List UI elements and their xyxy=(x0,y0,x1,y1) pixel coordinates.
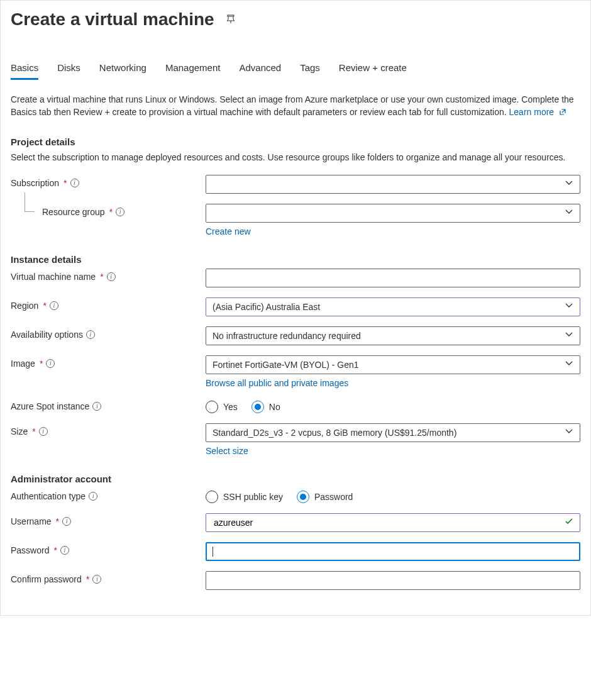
info-icon[interactable]: i xyxy=(50,301,58,310)
required-indicator: * xyxy=(64,178,67,188)
password-label: Password * i xyxy=(11,542,206,555)
region-select[interactable]: (Asia Pacific) Australia East xyxy=(206,297,580,316)
tabs: Basics Disks Networking Management Advan… xyxy=(11,62,580,81)
spot-no-label: No xyxy=(269,402,280,412)
chevron-down-icon xyxy=(565,359,573,370)
image-label: Image * i xyxy=(11,355,206,369)
select-size-link[interactable]: Select size xyxy=(206,446,580,456)
image-select[interactable]: Fortinet FortiGate-VM (BYOL) - Gen1 xyxy=(206,355,580,374)
info-icon[interactable]: i xyxy=(92,402,101,411)
image-value: Fortinet FortiGate-VM (BYOL) - Gen1 xyxy=(213,360,359,370)
info-icon[interactable]: i xyxy=(89,492,97,501)
vm-name-label: Virtual machine name * i xyxy=(11,269,206,282)
page-title: Create a virtual machine xyxy=(11,9,214,30)
tab-tags[interactable]: Tags xyxy=(300,62,320,80)
chevron-down-icon xyxy=(565,427,573,438)
username-input[interactable] xyxy=(206,513,580,532)
browse-images-link[interactable]: Browse all public and private images xyxy=(206,378,580,388)
username-label: Username * i xyxy=(11,513,206,526)
vm-name-input[interactable] xyxy=(206,269,580,287)
info-icon[interactable]: i xyxy=(39,427,48,436)
subscription-select[interactable] xyxy=(206,175,580,194)
project-details-heading: Project details xyxy=(11,136,580,147)
tab-management[interactable]: Management xyxy=(165,62,221,80)
pin-icon[interactable] xyxy=(226,14,236,24)
resource-group-select[interactable] xyxy=(206,204,580,223)
tab-disks[interactable]: Disks xyxy=(57,62,80,80)
auth-password-radio[interactable]: Password xyxy=(297,491,353,503)
required-indicator: * xyxy=(56,516,59,526)
required-indicator: * xyxy=(109,207,113,217)
required-indicator: * xyxy=(40,358,43,369)
size-label: Size * i xyxy=(11,423,206,436)
required-indicator: * xyxy=(100,272,103,282)
required-indicator: * xyxy=(53,545,57,555)
region-label: Region * i xyxy=(11,297,206,311)
tab-basics[interactable]: Basics xyxy=(11,62,38,80)
chevron-down-icon xyxy=(565,179,573,189)
region-value: (Asia Pacific) Australia East xyxy=(213,302,320,312)
auth-ssh-label: SSH public key xyxy=(223,492,283,502)
spot-yes-label: Yes xyxy=(223,402,238,412)
tab-networking[interactable]: Networking xyxy=(99,62,146,80)
spot-instance-label: Azure Spot instance i xyxy=(11,398,206,411)
info-icon[interactable]: i xyxy=(46,359,55,368)
tab-advanced[interactable]: Advanced xyxy=(239,62,281,80)
info-icon[interactable]: i xyxy=(62,517,71,526)
info-icon[interactable]: i xyxy=(92,575,101,584)
info-icon[interactable]: i xyxy=(60,546,69,555)
auth-password-label: Password xyxy=(314,492,353,502)
svg-rect-0 xyxy=(228,15,234,16)
info-icon[interactable]: i xyxy=(86,330,95,339)
required-indicator: * xyxy=(86,574,89,584)
info-icon[interactable]: i xyxy=(70,179,79,187)
chevron-down-icon xyxy=(565,208,573,218)
check-icon xyxy=(565,517,573,528)
spot-no-radio[interactable]: No xyxy=(251,401,280,413)
size-value: Standard_D2s_v3 - 2 vcpus, 8 GiB memory … xyxy=(213,428,456,438)
chevron-down-icon xyxy=(565,301,573,312)
tab-review-create[interactable]: Review + create xyxy=(339,62,407,80)
intro-body: Create a virtual machine that runs Linux… xyxy=(11,94,574,117)
instance-details-heading: Instance details xyxy=(11,254,580,265)
project-details-desc: Select the subscription to manage deploy… xyxy=(11,151,580,164)
spot-yes-radio[interactable]: Yes xyxy=(206,401,238,413)
intro-text: Create a virtual machine that runs Linux… xyxy=(11,93,580,119)
external-link-icon xyxy=(556,107,566,117)
create-new-link[interactable]: Create new xyxy=(206,226,580,236)
required-indicator: * xyxy=(32,426,35,436)
learn-more-link[interactable]: Learn more xyxy=(509,107,566,117)
availability-select[interactable]: No infrastructure redundancy required xyxy=(206,326,580,345)
password-input[interactable] xyxy=(206,542,580,561)
chevron-down-icon xyxy=(565,330,573,341)
availability-label: Availability options i xyxy=(11,326,206,340)
auth-ssh-radio[interactable]: SSH public key xyxy=(206,491,283,503)
resource-group-label: Resource group * i xyxy=(11,204,206,217)
confirm-password-input[interactable] xyxy=(206,571,580,590)
info-icon[interactable]: i xyxy=(107,272,116,281)
subscription-label: Subscription * i xyxy=(11,175,206,188)
info-icon[interactable]: i xyxy=(116,208,124,216)
availability-value: No infrastructure redundancy required xyxy=(213,331,361,341)
required-indicator: * xyxy=(43,301,46,311)
size-select[interactable]: Standard_D2s_v3 - 2 vcpus, 8 GiB memory … xyxy=(206,423,580,442)
confirm-password-label: Confirm password * i xyxy=(11,571,206,584)
auth-type-label: Authentication type i xyxy=(11,488,206,501)
admin-account-heading: Administrator account xyxy=(11,474,580,484)
